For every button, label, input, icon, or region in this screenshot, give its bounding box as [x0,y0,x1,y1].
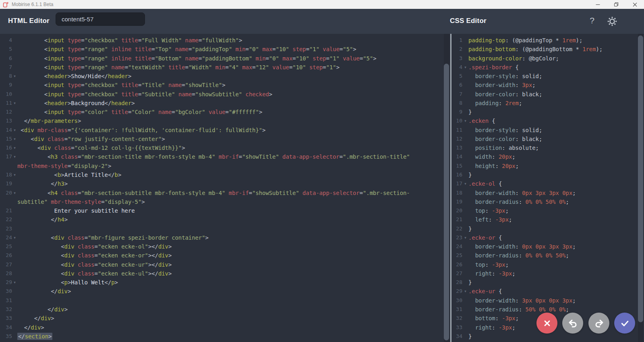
css-scrollbar-thumb[interactable] [638,35,643,322]
code-line[interactable]: 6 <input type="range" inline title="Bott… [0,54,450,63]
fold-arrow-icon[interactable]: ▾ [12,152,17,161]
fold-arrow-icon[interactable]: ▾ [12,126,17,135]
code-text: } [468,224,472,233]
fold-arrow-icon[interactable]: ▾ [462,287,468,296]
css-editor-pane[interactable]: 1padding-top: (@paddingTop * 1rem);2padd… [451,34,644,342]
line-number: 11 [0,99,12,108]
code-line[interactable]: 18 border-width: 0px 3px 3px 0px; [451,189,644,197]
code-line[interactable]: 13 </mbr-parameters> [0,116,450,125]
code-line[interactable]: 24 border-width: 0px 0px 3px 3px; [451,242,644,251]
code-line[interactable]: 20▾ <h4 class="mbr-section-subtitle mbr-… [0,189,450,197]
code-line[interactable]: 12 border-color: black; [451,135,644,143]
redo-button[interactable] [588,313,609,334]
code-line[interactable]: 20 top: -3px; [451,206,644,215]
fold-arrow-icon[interactable]: ▾ [12,99,17,108]
code-line[interactable]: 34 </div> [0,323,450,332]
code-line[interactable]: 22 </h4> [0,215,450,224]
code-line[interactable]: 5 <input type="range" inline title="Top"… [0,45,450,54]
code-line[interactable]: 25 <div class="ecken ecke-ol"></div> [0,242,450,251]
code-line[interactable]: 12 <input type="color" title="Color" nam… [0,108,450,116]
code-line[interactable]: 2padding-bottom: (@paddingBottom * 1rem)… [451,45,644,54]
code-line[interactable]: 24▾ <div class="mbr-figure spezi-border … [0,233,450,242]
code-line[interactable]: 30 border-width: 3px 0px 0px 3px; [451,296,644,305]
code-line[interactable]: 18▾ <b>Article Title</b> [0,170,450,179]
block-name-input[interactable] [56,12,145,26]
code-line[interactable]: 16▾ <div class="col-md-12 col-lg-{{textW… [0,143,450,152]
code-line[interactable]: 11 border-style: solid; [451,126,644,135]
code-line[interactable]: 23 [0,224,450,233]
code-line[interactable]: 3background-color: @bgColor; [451,54,644,63]
code-line[interactable]: 29▾.ecke-ur { [451,287,644,296]
code-line[interactable]: 7 <input type="range" name="textWidth" t… [0,63,450,72]
code-line[interactable]: 16} [451,170,644,179]
code-line[interactable]: 9 <input type="checkbox" title="Title" n… [0,81,450,89]
x-icon [542,318,553,329]
fold-arrow-icon[interactable]: ▾ [462,116,468,125]
code-line[interactable]: 27 <div class="ecken ecke-ur"></div> [0,260,450,269]
code-line[interactable]: 10 <input type="checkbox" title="Subtitl… [0,90,450,99]
code-line[interactable]: 22} [451,224,644,233]
code-line[interactable]: 31 [0,296,450,305]
fold-arrow-icon[interactable]: ▾ [12,72,17,81]
code-line[interactable]: 17▾.ecke-ol { [451,179,644,188]
code-line[interactable]: 4▾.spezi-border { [451,63,644,72]
code-line[interactable]: 1padding-top: (@paddingTop * 1rem); [451,36,644,45]
code-line[interactable]: 26 <div class="ecken ecke-or"></div> [0,251,450,260]
code-line[interactable]: 9} [451,108,644,116]
code-line[interactable]: 6 border-width: 3px; [451,81,644,89]
code-line[interactable]: 17▾ <h3 class="mbr-section-title mbr-fon… [0,152,450,161]
css-code-area[interactable]: 1padding-top: (@paddingTop * 1rem);2padd… [451,34,644,341]
code-line[interactable]: subtitle" mbr-theme-style="display-5"> [0,197,450,206]
code-line[interactable]: 28} [451,278,644,287]
settings-gear-icon[interactable] [607,16,618,27]
fold-arrow-icon[interactable]: ▾ [462,63,468,72]
code-line[interactable]: 26 top: -3px; [451,260,644,269]
code-line[interactable]: 25 border-radius: 0% 0% 0% 50%; [451,251,644,260]
code-line[interactable]: 14 width: 20px; [451,152,644,161]
fold-arrow-icon[interactable]: ▾ [462,233,468,242]
code-line[interactable]: 10▾.ecken { [451,116,644,125]
fold-arrow-icon[interactable]: ▾ [12,189,17,197]
line-number: 21 [0,206,12,215]
fold-arrow-icon[interactable]: ▾ [12,278,17,287]
code-line[interactable]: 4 <input type="checkbox" title="Full Wid… [0,36,450,45]
html-scrollbar-thumb[interactable] [444,64,449,340]
undo-button[interactable] [562,313,583,334]
code-line[interactable]: 11▾ <header>Background</header> [0,99,450,108]
code-line[interactable]: 19 </h3> [0,179,450,188]
code-line[interactable]: 19 border-radius: 0% 0% 50% 0%; [451,197,644,206]
fold-arrow-icon[interactable]: ▾ [462,179,468,188]
code-line[interactable]: 30 </div> [0,287,450,296]
apply-button[interactable] [614,313,635,334]
restore-icon[interactable] [607,0,625,9]
code-line[interactable]: 7 border-color: black; [451,90,644,99]
code-line[interactable]: 14▾ <div mbr-class="{'container': !fullW… [0,126,450,135]
code-line[interactable]: mbr-theme-style="display-2"> [0,162,450,170]
html-editor-pane[interactable]: 4 <input type="checkbox" title="Full Wid… [0,34,450,342]
help-icon[interactable]: ? [587,16,597,27]
code-line[interactable]: 29▾ <p>Hallo Welt</p> [0,278,450,287]
code-line[interactable]: 15 height: 20px; [451,162,644,170]
code-line[interactable]: 8 padding: 2rem; [451,99,644,108]
code-line[interactable]: 21 Enter your subtitle here [0,206,450,215]
minimize-icon[interactable] [588,0,607,9]
fold-arrow-icon[interactable]: ▾ [12,143,17,152]
code-line[interactable]: 13 position: absolute; [451,143,644,152]
html-code-area[interactable]: 4 <input type="checkbox" title="Full Wid… [0,34,450,341]
code-line[interactable]: 27 right: -3px; [451,269,644,278]
line-number: 15 [451,162,462,170]
code-line[interactable]: 28 <div class="ecken ecke-ul"></div> [0,269,450,278]
code-line[interactable]: 8▾ <header>Show/Hide</header> [0,72,450,81]
code-line[interactable]: 35</section> [0,332,450,341]
code-line[interactable]: 21 left: -3px; [451,215,644,224]
fold-arrow-icon[interactable]: ▾ [12,135,17,143]
fold-arrow-icon[interactable]: ▾ [12,170,17,179]
code-line[interactable]: 15▾ <div class="row justify-content-cent… [0,135,450,143]
code-line[interactable]: 23▾.ecke-or { [451,233,644,242]
code-line[interactable]: 33 </div> [0,314,450,323]
code-line[interactable]: 32 </div> [0,305,450,314]
discard-button[interactable] [536,313,557,334]
fold-arrow-icon[interactable]: ▾ [12,233,17,242]
code-line[interactable]: 5 border-style: solid; [451,72,644,81]
close-icon[interactable] [625,0,644,9]
